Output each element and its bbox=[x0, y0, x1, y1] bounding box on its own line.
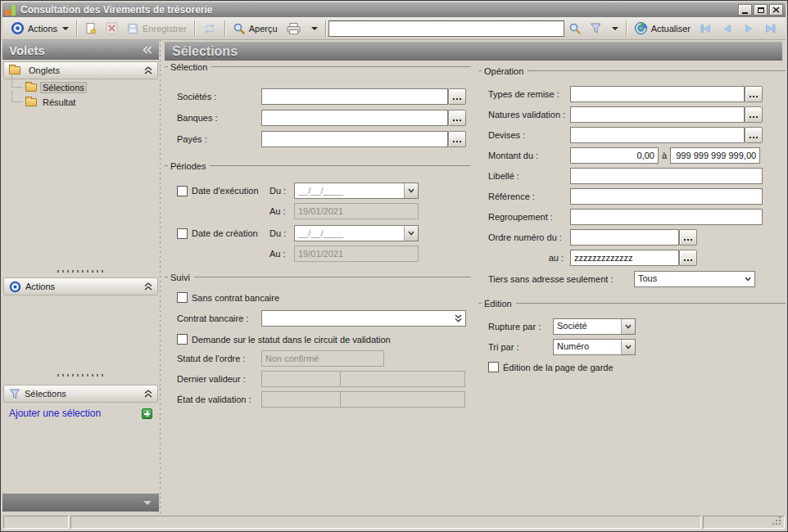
new-button[interactable] bbox=[80, 20, 102, 37]
societes-lookup-button[interactable] bbox=[448, 88, 466, 105]
delete-button[interactable] bbox=[102, 20, 122, 36]
statut-ordre-row: Statut de l'ordre : bbox=[165, 350, 471, 367]
du-label: Du : bbox=[269, 186, 294, 196]
devises-field bbox=[570, 127, 763, 143]
tree-item-selections[interactable]: Sélections bbox=[7, 81, 156, 93]
add-selection-row: Ajouter une sélection bbox=[9, 408, 152, 419]
montant-min-input[interactable] bbox=[570, 147, 659, 164]
types-remise-input[interactable] bbox=[570, 86, 745, 102]
etat-validation-name-input bbox=[340, 391, 465, 408]
filter-button[interactable] bbox=[586, 20, 606, 36]
natures-validation-input[interactable] bbox=[570, 106, 745, 123]
chevron-down-icon[interactable] bbox=[621, 319, 635, 334]
devises-input[interactable] bbox=[570, 127, 745, 143]
rupture-select[interactable]: Société bbox=[553, 318, 636, 335]
next-record-button[interactable] bbox=[738, 20, 759, 37]
execution-du-input[interactable] bbox=[295, 183, 404, 198]
tree-item-resultat[interactable]: Résultat bbox=[7, 96, 156, 108]
last-record-button[interactable] bbox=[759, 20, 781, 37]
magnifier-icon bbox=[233, 22, 246, 35]
collapse-up-icon[interactable] bbox=[144, 390, 152, 398]
date-execution-checkbox[interactable] bbox=[177, 186, 188, 196]
demande-statut-checkbox[interactable] bbox=[177, 334, 188, 345]
libelle-row: Libellé : bbox=[478, 168, 786, 184]
chevron-down-icon[interactable] bbox=[621, 340, 635, 354]
print-button[interactable] bbox=[282, 20, 306, 37]
minimize-button[interactable] bbox=[738, 4, 752, 16]
panel-splitter[interactable] bbox=[2, 373, 159, 377]
panel-header-selections[interactable]: Sélections bbox=[3, 385, 158, 403]
chevron-down-icon[interactable] bbox=[404, 226, 418, 241]
panel-header-actions[interactable]: Actions bbox=[3, 277, 158, 295]
save-button[interactable]: Enregistrer bbox=[122, 20, 191, 37]
previous-record-button[interactable] bbox=[717, 20, 738, 37]
panel-splitter[interactable] bbox=[2, 269, 159, 273]
ellipsis-icon bbox=[750, 96, 751, 97]
societes-input[interactable] bbox=[261, 88, 448, 105]
preview-button[interactable]: Aperçu bbox=[229, 20, 282, 37]
double-chevron-down-icon[interactable] bbox=[451, 311, 465, 326]
refresh-button[interactable]: Actualiser bbox=[630, 20, 695, 37]
ordre-au-input[interactable] bbox=[570, 250, 679, 266]
tree-item-label: Résultat bbox=[41, 97, 77, 107]
statut-ordre-input bbox=[261, 350, 384, 367]
chevron-down-icon[interactable] bbox=[404, 183, 418, 198]
search-input[interactable] bbox=[328, 20, 564, 37]
add-selection-button[interactable] bbox=[142, 408, 152, 419]
types-remise-lookup-button[interactable] bbox=[745, 86, 763, 102]
payes-input[interactable] bbox=[261, 131, 448, 147]
etat-validation-code-input bbox=[261, 391, 341, 408]
preview-label: Aperçu bbox=[249, 24, 278, 34]
sans-contrat-checkbox[interactable] bbox=[177, 292, 188, 303]
maximize-button[interactable] bbox=[754, 4, 768, 16]
sidebar-more-bar[interactable] bbox=[2, 494, 159, 512]
ellipsis-icon bbox=[684, 239, 686, 241]
etat-validation-label: État de validation : bbox=[177, 394, 261, 404]
sync-button[interactable] bbox=[198, 20, 221, 37]
regroupement-input[interactable] bbox=[570, 209, 763, 225]
onglets-panel-label: Onglets bbox=[29, 65, 140, 75]
close-icon bbox=[772, 7, 780, 13]
sans-contrat-row: Sans contrat bancaire bbox=[165, 292, 471, 303]
creation-du-combo[interactable] bbox=[294, 225, 419, 241]
add-selection-link[interactable]: Ajouter une sélection bbox=[9, 408, 101, 419]
date-creation-checkbox[interactable] bbox=[177, 228, 188, 239]
collapse-up-icon[interactable] bbox=[144, 282, 152, 291]
tiers-row: Tiers sans adresse seulement : Tous bbox=[478, 271, 786, 287]
panel-header-onglets[interactable]: Onglets bbox=[3, 61, 158, 79]
collapse-left-icon[interactable] bbox=[143, 46, 152, 54]
creation-au-input bbox=[294, 246, 419, 262]
filter-funnel-icon bbox=[590, 22, 602, 34]
ordre-numero-du-input[interactable] bbox=[570, 229, 679, 246]
filter-options-button[interactable] bbox=[606, 25, 623, 32]
page-garde-checkbox[interactable] bbox=[488, 362, 499, 372]
ellipsis-icon bbox=[750, 116, 751, 118]
print-options-button[interactable] bbox=[306, 25, 322, 32]
devises-lookup-button[interactable] bbox=[745, 127, 763, 143]
banques-input[interactable] bbox=[261, 110, 448, 126]
contrat-combo[interactable] bbox=[261, 310, 466, 327]
montant-max-input[interactable] bbox=[670, 147, 760, 164]
creation-du-input[interactable] bbox=[295, 226, 404, 241]
libelle-input[interactable] bbox=[570, 168, 763, 184]
collapse-up-icon[interactable] bbox=[144, 66, 152, 74]
reference-input[interactable] bbox=[570, 188, 763, 205]
payes-lookup-button[interactable] bbox=[448, 131, 466, 147]
chevron-down-icon[interactable] bbox=[740, 272, 754, 286]
banques-lookup-button[interactable] bbox=[448, 110, 466, 126]
search-button[interactable] bbox=[564, 20, 586, 37]
last-record-icon bbox=[763, 22, 777, 35]
first-record-button[interactable] bbox=[695, 20, 717, 37]
tri-select[interactable]: Numéro bbox=[553, 339, 636, 355]
page-garde-label: Édition de la page de garde bbox=[503, 363, 614, 372]
close-button[interactable] bbox=[769, 4, 783, 16]
resize-grip[interactable] bbox=[772, 516, 782, 526]
execution-du-combo[interactable] bbox=[294, 183, 419, 199]
tiers-select[interactable]: Tous bbox=[634, 271, 755, 287]
ordre-au-lookup-button[interactable] bbox=[679, 250, 697, 266]
actions-menu-button[interactable]: Actions bbox=[7, 20, 73, 37]
tri-select-value: Numéro bbox=[554, 340, 621, 354]
natures-validation-lookup-button[interactable] bbox=[745, 106, 763, 123]
ordre-numero-lookup-button[interactable] bbox=[679, 229, 697, 246]
contrat-label: Contrat bancaire : bbox=[177, 313, 261, 323]
